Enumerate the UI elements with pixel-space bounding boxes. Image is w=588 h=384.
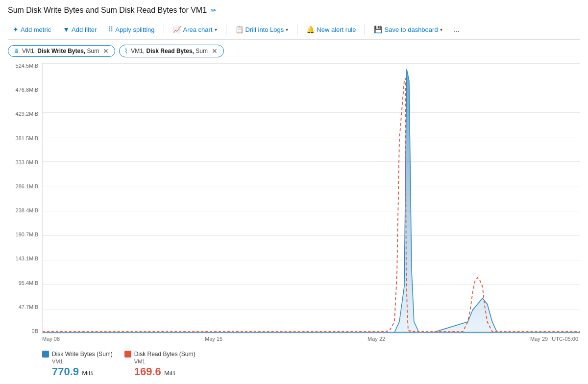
y-axis-label: 47.7MiB [8, 305, 38, 310]
legend-header: Disk Read Bytes (Sum) [124, 351, 196, 358]
legend-unit: MiB [82, 369, 93, 377]
write-bytes-area [43, 69, 580, 333]
area-chart-label: Area chart [183, 26, 213, 33]
chart-content [42, 63, 580, 334]
x-axis-labels: May 08May 15May 22May 29 [42, 334, 548, 342]
read-bytes-line [43, 78, 580, 332]
legend-value: 169.6 MiB [124, 365, 196, 378]
grid-line [43, 333, 580, 334]
filter-icon: ▼ [63, 26, 70, 33]
legend-name: Disk Write Bytes (Sum) [52, 351, 113, 358]
edit-icon[interactable]: ✏ [211, 6, 217, 14]
y-axis-label: 0B [8, 329, 38, 334]
metric-tag-write[interactable]: 🖥 VM1, Disk Write Bytes, Sum ✕ [8, 45, 115, 57]
y-axis-label: 95.4MiB [8, 281, 38, 286]
toolbar: ✦ Add metric ▼ Add filter ⠿ Apply splitt… [8, 20, 580, 40]
y-axis-label: 333.8MiB [8, 160, 38, 165]
y-axis-label: 238.4MiB [8, 208, 38, 213]
area-chart-button[interactable]: 📈 Area chart ▾ [168, 23, 222, 36]
y-axis-label: 286.1MiB [8, 184, 38, 189]
read-tag-close[interactable]: ✕ [211, 48, 219, 54]
y-axis-label: 381.5MiB [8, 136, 38, 141]
y-axis-label: 429.2MiB [8, 111, 38, 117]
save-chevron: ▾ [440, 27, 442, 32]
write-tag-close[interactable]: ✕ [102, 48, 110, 54]
toolbar-separator-3 [297, 24, 297, 35]
drill-into-logs-label: Drill into Logs [245, 26, 284, 33]
chart-svg [43, 63, 580, 333]
new-alert-rule-button[interactable]: 🔔 New alert rule [301, 23, 361, 36]
read-tag-text: VM1, Disk Read Bytes, Sum [131, 48, 208, 54]
legend-item-read: Disk Read Bytes (Sum) VM1 169.6 MiB [124, 351, 196, 378]
y-axis-label: 476.8MiB [8, 87, 38, 93]
apply-splitting-label: Apply splitting [115, 26, 154, 33]
x-axis-row: May 08May 15May 22May 29 UTC-05:00 [42, 334, 580, 342]
write-tag-icon: 🖥 [13, 48, 19, 54]
toolbar-separator-4 [365, 24, 365, 35]
logs-icon: 📋 [235, 26, 244, 33]
title-row: Sum Disk Write Bytes and Sum Disk Read B… [8, 6, 580, 15]
legend-color [42, 351, 49, 358]
apply-splitting-button[interactable]: ⠿ Apply splitting [103, 23, 159, 36]
add-filter-label: Add filter [72, 26, 97, 33]
more-icon: ... [453, 25, 460, 33]
y-axis-label: 143.1MiB [8, 256, 38, 261]
read-tag-icon: ⌇ [124, 47, 128, 55]
add-metric-icon: ✦ [13, 26, 19, 33]
legend-item-write: Disk Write Bytes (Sum) VM1 770.9 MiB [42, 351, 113, 378]
x-axis-label: May 08 [42, 336, 60, 342]
save-icon: 💾 [374, 26, 382, 33]
legend-name: Disk Read Bytes (Sum) [134, 351, 196, 358]
metric-tags: 🖥 VM1, Disk Write Bytes, Sum ✕ ⌇ VM1, Di… [8, 45, 580, 57]
area-chart-chevron: ▾ [215, 27, 217, 32]
save-to-dashboard-label: Save to dashboard [384, 26, 438, 33]
drill-into-logs-button[interactable]: 📋 Drill into Logs ▾ [230, 23, 294, 36]
y-axis: 524.5MiB476.8MiB429.2MiB381.5MiB333.8MiB… [8, 63, 42, 334]
legend-sub: VM1 [42, 358, 113, 364]
new-alert-rule-label: New alert rule [317, 26, 356, 33]
save-to-dashboard-button[interactable]: 💾 Save to dashboard ▾ [369, 23, 447, 36]
page-title: Sum Disk Write Bytes and Sum Disk Read B… [8, 6, 207, 15]
timezone-label: UTC-05:00 [548, 334, 580, 342]
area-chart-icon: 📈 [173, 26, 181, 33]
x-axis-label: May 22 [368, 336, 385, 342]
split-icon: ⠿ [108, 26, 113, 33]
legend-header: Disk Write Bytes (Sum) [42, 351, 113, 358]
legend-color [124, 351, 131, 358]
chart-wrapper: 524.5MiB476.8MiB429.2MiB381.5MiB333.8MiB… [8, 63, 580, 334]
alert-icon: 🔔 [306, 26, 315, 33]
toolbar-separator-2 [226, 24, 226, 35]
metric-tag-read[interactable]: ⌇ VM1, Disk Read Bytes, Sum ✕ [119, 45, 224, 57]
write-tag-text: VM1, Disk Write Bytes, Sum [22, 48, 99, 54]
chart-area: 524.5MiB476.8MiB429.2MiB381.5MiB333.8MiB… [8, 63, 580, 380]
legend-value: 770.9 MiB [42, 365, 113, 378]
add-metric-button[interactable]: ✦ Add metric [8, 23, 56, 36]
legend-unit: MiB [164, 369, 175, 377]
y-axis-label: 524.5MiB [8, 63, 38, 69]
y-axis-label: 190.7MiB [8, 232, 38, 237]
add-metric-label: Add metric [21, 26, 51, 33]
legend-sub: VM1 [124, 358, 196, 364]
chart-legend: Disk Write Bytes (Sum) VM1 770.9 MiB Dis… [8, 347, 580, 380]
more-options-button[interactable]: ... [449, 23, 464, 36]
x-axis-label: May 15 [205, 336, 222, 342]
add-filter-button[interactable]: ▼ Add filter [58, 23, 101, 36]
toolbar-separator-1 [164, 24, 164, 35]
x-axis-label: May 29 [530, 336, 548, 342]
logs-chevron: ▾ [286, 27, 288, 32]
